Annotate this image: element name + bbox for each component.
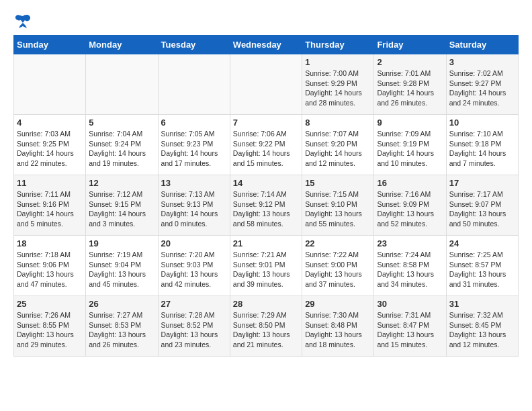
day-info: Sunrise: 7:29 AM Sunset: 8:50 PM Dayligh… [233,310,299,350]
day-number: 22 [305,238,371,248]
weekday-header-thursday: Thursday [302,36,374,54]
day-info: Sunrise: 7:02 AM Sunset: 9:27 PM Dayligh… [449,68,515,108]
day-info: Sunrise: 7:32 AM Sunset: 8:45 PM Dayligh… [449,310,515,350]
day-info: Sunrise: 7:22 AM Sunset: 9:00 PM Dayligh… [305,250,371,289]
day-number: 29 [305,299,371,309]
calendar-week-row: 4Sunrise: 7:03 AM Sunset: 9:25 PM Daylig… [14,115,519,175]
calendar-cell: 18Sunrise: 7:18 AM Sunset: 9:06 PM Dayli… [14,236,86,296]
day-number: 13 [161,178,227,188]
calendar-cell: 29Sunrise: 7:30 AM Sunset: 8:48 PM Dayli… [302,296,374,357]
calendar-cell: 24Sunrise: 7:25 AM Sunset: 8:57 PM Dayli… [446,236,518,296]
calendar-cell: 6Sunrise: 7:05 AM Sunset: 9:23 PM Daylig… [158,115,230,175]
day-info: Sunrise: 7:16 AM Sunset: 9:09 PM Dayligh… [377,189,443,229]
day-info: Sunrise: 7:06 AM Sunset: 9:22 PM Dayligh… [233,129,299,169]
calendar-cell: 12Sunrise: 7:12 AM Sunset: 9:15 PM Dayli… [86,175,158,236]
calendar-cell: 21Sunrise: 7:21 AM Sunset: 9:01 PM Dayli… [230,236,302,296]
calendar-cell: 9Sunrise: 7:09 AM Sunset: 9:19 PM Daylig… [374,115,446,175]
day-info: Sunrise: 7:07 AM Sunset: 9:20 PM Dayligh… [305,129,371,169]
day-info: Sunrise: 7:05 AM Sunset: 9:23 PM Dayligh… [161,129,227,169]
calendar-cell: 20Sunrise: 7:20 AM Sunset: 9:03 PM Dayli… [158,236,230,296]
calendar-week-row: 18Sunrise: 7:18 AM Sunset: 9:06 PM Dayli… [14,236,519,296]
day-info: Sunrise: 7:03 AM Sunset: 9:25 PM Dayligh… [17,129,83,169]
day-number: 1 [305,57,371,67]
day-number: 7 [233,118,299,128]
day-number: 17 [449,178,515,188]
day-number: 26 [89,299,154,309]
day-number: 2 [377,57,443,67]
day-number: 3 [449,57,515,67]
day-number: 18 [17,238,83,248]
day-info: Sunrise: 7:20 AM Sunset: 9:03 PM Dayligh… [161,250,227,289]
calendar-cell: 11Sunrise: 7:11 AM Sunset: 9:16 PM Dayli… [14,175,86,236]
calendar-cell: 3Sunrise: 7:02 AM Sunset: 9:27 PM Daylig… [446,54,518,115]
day-number: 9 [377,118,443,128]
day-info: Sunrise: 7:15 AM Sunset: 9:10 PM Dayligh… [305,189,371,229]
day-number: 23 [377,238,443,248]
calendar-cell: 26Sunrise: 7:27 AM Sunset: 8:53 PM Dayli… [86,296,158,357]
day-info: Sunrise: 7:10 AM Sunset: 9:18 PM Dayligh… [449,129,515,169]
logo [13,13,35,28]
calendar-table: SundayMondayTuesdayWednesdayThursdayFrid… [13,35,519,357]
day-info: Sunrise: 7:14 AM Sunset: 9:12 PM Dayligh… [233,189,299,229]
calendar-cell: 22Sunrise: 7:22 AM Sunset: 9:00 PM Dayli… [302,236,374,296]
day-number: 20 [161,238,227,248]
day-info: Sunrise: 7:25 AM Sunset: 8:57 PM Dayligh… [449,250,515,289]
calendar-cell: 8Sunrise: 7:07 AM Sunset: 9:20 PM Daylig… [302,115,374,175]
calendar-cell: 25Sunrise: 7:26 AM Sunset: 8:55 PM Dayli… [14,296,86,357]
day-number: 21 [233,238,299,248]
weekday-header-monday: Monday [86,36,158,54]
day-info: Sunrise: 7:30 AM Sunset: 8:48 PM Dayligh… [305,310,371,350]
calendar-cell: 14Sunrise: 7:14 AM Sunset: 9:12 PM Dayli… [230,175,302,236]
day-info: Sunrise: 7:21 AM Sunset: 9:01 PM Dayligh… [233,250,299,289]
weekday-header-sunday: Sunday [14,36,86,54]
day-number: 31 [449,299,515,309]
calendar-cell: 15Sunrise: 7:15 AM Sunset: 9:10 PM Dayli… [302,175,374,236]
weekday-header-saturday: Saturday [446,36,518,54]
weekday-header-wednesday: Wednesday [230,36,302,54]
day-number: 14 [233,178,299,188]
day-number: 15 [305,178,371,188]
calendar-cell: 7Sunrise: 7:06 AM Sunset: 9:22 PM Daylig… [230,115,302,175]
calendar-cell: 27Sunrise: 7:28 AM Sunset: 8:52 PM Dayli… [158,296,230,357]
day-info: Sunrise: 7:09 AM Sunset: 9:19 PM Dayligh… [377,129,443,169]
calendar-cell: 16Sunrise: 7:16 AM Sunset: 9:09 PM Dayli… [374,175,446,236]
day-number: 6 [161,118,227,128]
day-number: 30 [377,299,443,309]
calendar-cell: 17Sunrise: 7:17 AM Sunset: 9:07 PM Dayli… [446,175,518,236]
logo-bird-icon [13,13,32,28]
weekday-header-friday: Friday [374,36,446,54]
day-number: 27 [161,299,227,309]
day-number: 19 [89,238,154,248]
calendar-cell: 2Sunrise: 7:01 AM Sunset: 9:28 PM Daylig… [374,54,446,115]
day-number: 4 [17,118,83,128]
weekday-header-tuesday: Tuesday [158,36,230,54]
calendar-week-row: 25Sunrise: 7:26 AM Sunset: 8:55 PM Dayli… [14,296,519,357]
day-number: 28 [233,299,299,309]
calendar-cell [14,54,86,115]
calendar-cell: 5Sunrise: 7:04 AM Sunset: 9:24 PM Daylig… [86,115,158,175]
day-info: Sunrise: 7:13 AM Sunset: 9:13 PM Dayligh… [161,189,227,229]
day-info: Sunrise: 7:31 AM Sunset: 8:47 PM Dayligh… [377,310,443,350]
calendar-cell: 31Sunrise: 7:32 AM Sunset: 8:45 PM Dayli… [446,296,518,357]
calendar-week-row: 1Sunrise: 7:00 AM Sunset: 9:29 PM Daylig… [14,54,519,115]
day-info: Sunrise: 7:27 AM Sunset: 8:53 PM Dayligh… [89,310,154,350]
day-number: 25 [17,299,83,309]
day-info: Sunrise: 7:24 AM Sunset: 8:58 PM Dayligh… [377,250,443,289]
day-info: Sunrise: 7:17 AM Sunset: 9:07 PM Dayligh… [449,189,515,229]
calendar-cell: 13Sunrise: 7:13 AM Sunset: 9:13 PM Dayli… [158,175,230,236]
calendar-cell [158,54,230,115]
calendar-week-row: 11Sunrise: 7:11 AM Sunset: 9:16 PM Dayli… [14,175,519,236]
calendar-cell: 28Sunrise: 7:29 AM Sunset: 8:50 PM Dayli… [230,296,302,357]
day-info: Sunrise: 7:00 AM Sunset: 9:29 PM Dayligh… [305,68,371,108]
calendar-cell: 1Sunrise: 7:00 AM Sunset: 9:29 PM Daylig… [302,54,374,115]
calendar-cell [86,54,158,115]
day-number: 8 [305,118,371,128]
day-number: 12 [89,178,154,188]
day-number: 16 [377,178,443,188]
day-info: Sunrise: 7:28 AM Sunset: 8:52 PM Dayligh… [161,310,227,350]
day-info: Sunrise: 7:18 AM Sunset: 9:06 PM Dayligh… [17,250,83,289]
day-info: Sunrise: 7:19 AM Sunset: 9:04 PM Dayligh… [89,250,154,289]
calendar-cell: 30Sunrise: 7:31 AM Sunset: 8:47 PM Dayli… [374,296,446,357]
calendar-cell [230,54,302,115]
day-number: 11 [17,178,83,188]
